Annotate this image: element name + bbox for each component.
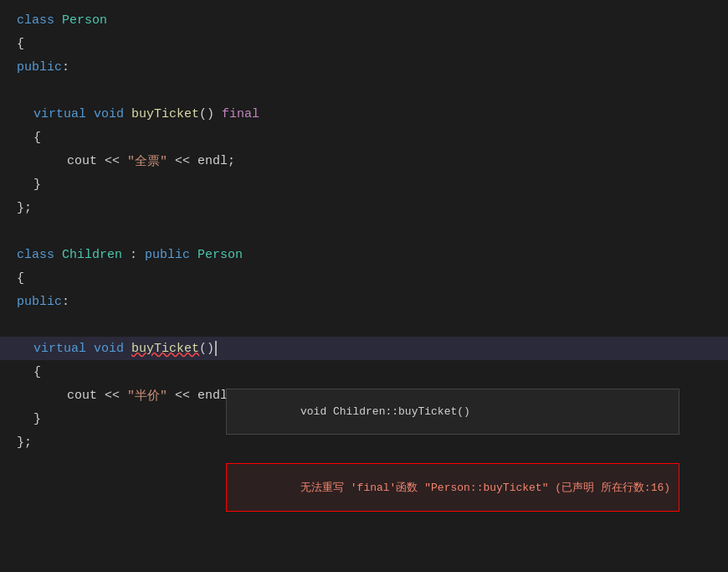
code-line-5: virtual void buyTicket() final <box>0 102 728 126</box>
code-line-8: } <box>0 173 728 196</box>
code-line-6: { <box>0 126 728 149</box>
class-name-person: Person <box>62 13 107 28</box>
code-line-7: cout << "全票" << endl; <box>0 149 728 173</box>
code-line-14 <box>0 313 728 337</box>
intellisense-popup: void Children::buyTicket() 无法重写 'final'函… <box>226 360 679 540</box>
squiggle-buyticket: buyTicket <box>131 342 199 356</box>
code-area[interactable]: class Person { public: virtual void buyT… <box>0 8 728 564</box>
code-editor: class Person { public: virtual void buyT… <box>0 0 728 572</box>
tooltip-error-message: 无法重写 'final'函数 "Person::buyTicket" (已声明 … <box>226 463 679 512</box>
tooltip-signature: void Children::buyTicket() <box>226 389 679 435</box>
text-cursor <box>215 341 217 356</box>
keyword-class: class <box>17 13 62 28</box>
code-line-1: class Person <box>0 8 728 32</box>
code-line-2: { <box>0 32 728 55</box>
code-line-11: class Children : public Person <box>0 243 728 266</box>
code-line-3: public: <box>0 55 728 79</box>
code-line-16: { void Children::buyTicket() 无法重写 'final… <box>0 360 728 384</box>
code-line-12: { <box>0 266 728 290</box>
code-line-15-active[interactable]: virtual void buyTicket() <box>0 337 728 360</box>
code-line-4 <box>0 79 728 102</box>
code-line-9: }; <box>0 196 728 219</box>
code-line-13: public: <box>0 290 728 313</box>
code-line-10 <box>0 219 728 243</box>
